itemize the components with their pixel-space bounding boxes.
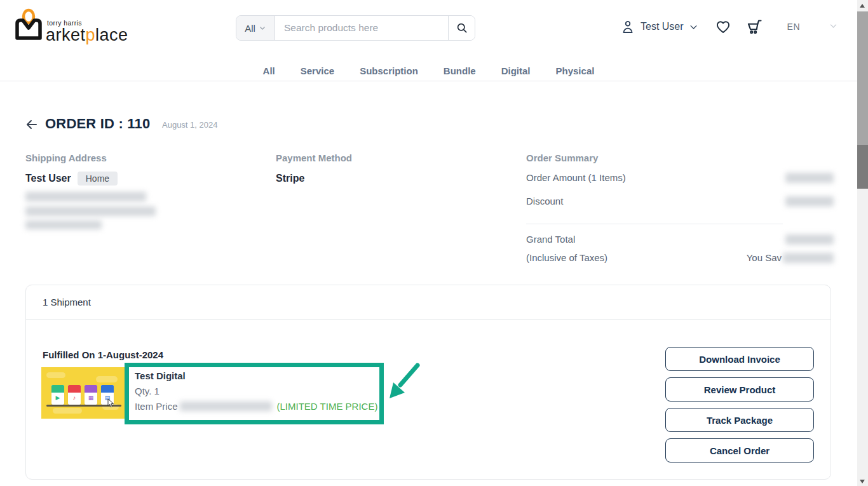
product-name: Test Digital — [135, 370, 379, 381]
chevron-down-icon — [689, 22, 698, 32]
scrollbar-thumb[interactable] — [857, 145, 868, 189]
user-account-menu[interactable]: Test User — [620, 18, 698, 35]
shipment-count-label: 1 Shipment — [43, 297, 91, 307]
user-icon — [620, 18, 635, 35]
file-icons-row: ▶ ♪ ▦ ▤ — [51, 385, 114, 405]
recipient-name: Test User — [25, 173, 71, 184]
thumbnail-decoration — [53, 408, 82, 414]
download-invoice-button[interactable]: Download Invoice — [665, 347, 814, 371]
order-amount-row: Order Amount (1 Items) — [526, 172, 834, 183]
limited-time-price-tag: (LIMITED TIME PRICE) — [277, 401, 378, 412]
product-quantity: Qty. 1 — [135, 386, 379, 396]
cursor-pointer-icon — [107, 399, 115, 410]
order-actions: Download Invoice Review Product Track Pa… — [665, 347, 814, 462]
product-details-highlight-box: Test Digital Qty. 1 Item Price (LIMITED … — [125, 363, 384, 424]
redacted-address-line — [25, 206, 156, 216]
tax-note-label: (Inclusive of Taxes) — [526, 252, 607, 263]
redacted-address-line — [25, 192, 146, 201]
redacted-address-line — [25, 220, 102, 229]
redacted-order-amount — [785, 173, 834, 183]
scrollbar-up-arrow[interactable] — [860, 4, 865, 8]
chevron-down-icon — [259, 24, 266, 32]
language-dropdown-toggle[interactable] — [829, 21, 838, 33]
order-id-title: ORDER ID : 110 — [45, 116, 150, 132]
header-right-controls: Test User EN — [620, 18, 838, 36]
discount-label: Discount — [526, 196, 563, 206]
audio-file-icon: ♪ — [68, 385, 81, 405]
site-header: torry harris arketplace All — [0, 0, 857, 81]
redacted-grand-total — [785, 234, 834, 245]
cart-icon — [745, 18, 763, 36]
search-category-dropdown[interactable]: All — [236, 16, 275, 40]
order-summary-heading: Order Summary — [526, 152, 834, 163]
back-button[interactable] — [24, 117, 39, 134]
grand-total-row: Grand Total — [526, 234, 834, 245]
summary-divider — [526, 224, 783, 224]
redacted-item-price — [180, 402, 272, 411]
order-amount-label: Order Amount (1 Items) — [526, 172, 626, 183]
thumbnail-decoration — [96, 376, 118, 382]
tax-note-row: (Inclusive of Taxes) You Sav — [526, 252, 834, 263]
shipping-address-section: Shipping Address Test User Home — [25, 152, 267, 186]
order-summary-section: Order Summary Order Amount (1 Items) Dis… — [526, 152, 834, 163]
shipment-card-header: 1 Shipment — [26, 285, 831, 320]
shopping-bag-logo-icon — [13, 8, 44, 44]
review-product-button[interactable]: Review Product — [665, 377, 814, 402]
track-package-button[interactable]: Track Package — [665, 408, 814, 432]
vertical-scrollbar[interactable] — [857, 0, 868, 486]
address-type-badge: Home — [78, 172, 118, 186]
annotation-arrow-icon — [386, 363, 421, 406]
nav-tab-all[interactable]: All — [263, 65, 275, 76]
back-arrow-icon — [24, 117, 39, 132]
scrollbar-down-arrow[interactable] — [860, 480, 865, 483]
marketplace-logo[interactable]: torry harris arketplace — [13, 8, 128, 44]
fulfilled-date-label: Fulfilled On 1-August-2024 — [43, 349, 163, 360]
product-price-row: Item Price (LIMITED TIME PRICE) — [135, 401, 379, 412]
search-bar: All — [236, 15, 475, 41]
search-button[interactable] — [448, 16, 475, 40]
image-file-icon: ▦ — [85, 385, 97, 405]
nav-tab-digital[interactable]: Digital — [501, 65, 531, 76]
logo-wordmark: arketplace — [46, 27, 128, 44]
search-icon — [456, 22, 468, 34]
cart-button[interactable] — [745, 18, 763, 36]
nav-tab-physical[interactable]: Physical — [556, 65, 595, 76]
wishlist-button[interactable] — [715, 18, 731, 35]
search-input[interactable] — [275, 16, 448, 40]
thumbnail-decoration — [46, 372, 65, 378]
nav-tab-service[interactable]: Service — [301, 65, 334, 76]
payment-method-value: Stripe — [276, 173, 466, 184]
nav-tab-bundle[interactable]: Bundle — [444, 65, 476, 76]
cancel-order-button[interactable]: Cancel Order — [665, 438, 814, 462]
payment-method-section: Payment Method Stripe — [276, 152, 466, 184]
order-details-page: torry harris arketplace All — [0, 0, 868, 486]
language-selector-value[interactable]: EN — [787, 22, 800, 32]
grand-total-label: Grand Total — [526, 234, 575, 245]
discount-row: Discount — [526, 196, 834, 206]
heart-icon — [715, 18, 731, 35]
you-save-label: You Sav — [747, 252, 782, 263]
order-date: August 1, 2024 — [162, 120, 217, 130]
redacted-savings-amount — [783, 253, 834, 263]
scrollbar-thumb[interactable] — [857, 11, 868, 145]
nav-tab-subscription[interactable]: Subscription — [360, 65, 418, 76]
payment-method-heading: Payment Method — [276, 152, 466, 163]
chevron-down-icon — [829, 21, 838, 30]
redacted-discount-amount — [785, 196, 834, 206]
logo-text: torry harris arketplace — [46, 20, 128, 44]
search-category-value: All — [245, 23, 255, 34]
video-file-icon: ▶ — [51, 385, 64, 405]
category-nav: All Service Subscription Bundle Digital … — [0, 65, 857, 76]
shipping-address-heading: Shipping Address — [25, 152, 267, 163]
user-name-label: Test User — [641, 21, 684, 32]
product-thumbnail[interactable]: ▶ ♪ ▦ ▤ — [41, 367, 125, 419]
shipment-card: 1 Shipment Fulfilled On 1-August-2024 ▶ … — [25, 285, 831, 480]
item-price-label: Item Price — [135, 401, 178, 412]
